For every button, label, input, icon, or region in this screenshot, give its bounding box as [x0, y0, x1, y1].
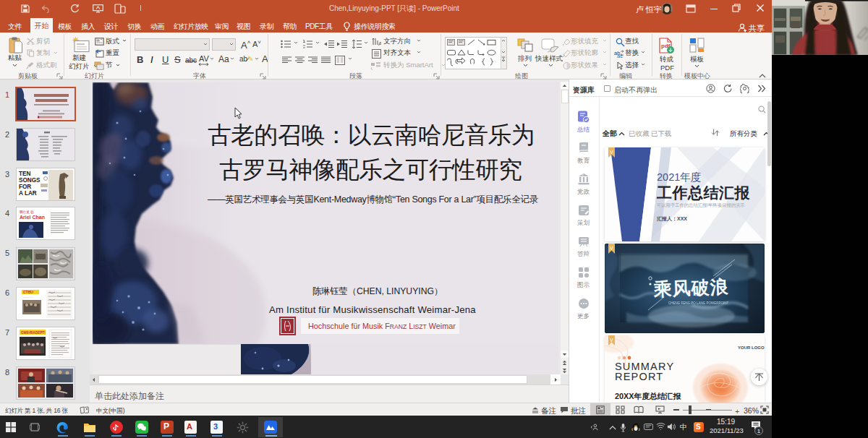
svg-text:⋯⋯⋯⋯: ⋯⋯⋯⋯	[23, 296, 33, 299]
svg-text:FOR: FOR	[19, 184, 31, 190]
svg-text:2021年度: 2021年度	[657, 171, 701, 183]
svg-text:TEN: TEN	[19, 171, 30, 177]
svg-text:ac: ac	[617, 53, 623, 58]
svg-text:Ariel Chan: Ariel Chan	[20, 215, 45, 220]
svg-text:A: A	[378, 40, 381, 46]
svg-text:REPORT: REPORT	[615, 371, 663, 382]
svg-text:可以用于工作的总结汇报/年终项目报的演示: 可以用于工作的总结汇报/年终项目报的演示	[657, 202, 745, 208]
svg-text:V: V	[610, 150, 613, 155]
svg-text:A LAR: A LAR	[19, 190, 37, 197]
svg-text:CTBU: CTBU	[23, 290, 33, 294]
svg-text:乘风破浪: 乘风破浪	[652, 277, 729, 299]
svg-text:YOUR LOGO: YOUR LOGO	[738, 345, 765, 350]
svg-text:V: V	[610, 338, 613, 343]
svg-text:汇报人：XXX: 汇报人：XXX	[657, 216, 687, 222]
svg-text:工作总结汇报: 工作总结汇报	[656, 184, 751, 201]
svg-text:20XX年度总结汇报: 20XX年度总结汇报	[615, 392, 681, 400]
svg-text:GW8-RIADEPT!: GW8-RIADEPT!	[21, 331, 46, 335]
svg-text:SONGS: SONGS	[19, 177, 41, 184]
svg-text:CHENG FENG PO LANG POWERPOINT: CHENG FENG PO LANG POWERPOINT	[668, 301, 729, 305]
svg-text:V: V	[610, 246, 613, 251]
